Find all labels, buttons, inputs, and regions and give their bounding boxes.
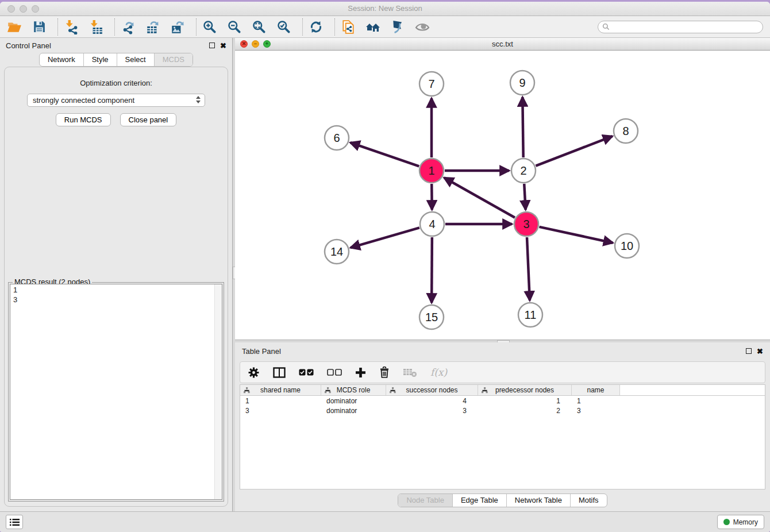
- unselect-all-columns-button[interactable]: [327, 369, 342, 376]
- import-network-button[interactable]: [64, 20, 79, 34]
- column-header-name[interactable]: name: [572, 385, 620, 395]
- mcds-result-textarea[interactable]: 1 3: [10, 284, 222, 500]
- criterion-select[interactable]: strongly connected component: [27, 94, 205, 107]
- column-header-mcds-role[interactable]: MCDS role: [321, 385, 386, 395]
- float-panel-icon[interactable]: [746, 348, 752, 354]
- cell-shared-name[interactable]: 1: [240, 397, 321, 405]
- select-all-columns-button[interactable]: [299, 369, 314, 376]
- main-toolbar: [0, 16, 770, 38]
- bird-eye-view-button[interactable]: [415, 20, 430, 34]
- zoom-fit-icon: [252, 20, 267, 34]
- graph-node-label-7: 7: [428, 78, 434, 90]
- open-folder-icon: [7, 20, 22, 34]
- toolbar-separator: [334, 18, 335, 36]
- export-table-button[interactable]: [145, 20, 160, 34]
- save-floppy-icon: [32, 20, 47, 34]
- mcds-result-fieldset: MCDS result (2 nodes) 1 3: [8, 282, 224, 502]
- table-panel: Table Panel ✖: [235, 342, 770, 511]
- delete-table-button[interactable]: [403, 367, 417, 377]
- column-header-shared-name[interactable]: shared name: [240, 385, 321, 395]
- tab-style[interactable]: Style: [83, 53, 117, 66]
- cell-shared-name[interactable]: 3: [240, 407, 321, 415]
- zoom-selected-button[interactable]: [276, 20, 291, 34]
- cell-successor-nodes[interactable]: 4: [386, 397, 478, 405]
- tab-edge-table[interactable]: Edge Table: [452, 494, 506, 507]
- search-box[interactable]: [598, 21, 763, 33]
- network-graph: 1234678910111415: [235, 51, 770, 340]
- table-row[interactable]: 1 dominator 4 1 1: [240, 396, 765, 406]
- cell-predecessor-nodes[interactable]: 1: [478, 397, 572, 405]
- hide-labels-button[interactable]: [390, 20, 405, 34]
- open-session-button[interactable]: [7, 20, 22, 34]
- hierarchy-icon: [390, 387, 396, 395]
- control-panel-tabs: Network Style Select MCDS: [39, 53, 193, 67]
- tab-network-table[interactable]: Network Table: [506, 494, 570, 507]
- result-scrollbar[interactable]: [214, 284, 222, 499]
- table-row[interactable]: 3 dominator 3 2 3: [240, 406, 765, 415]
- clone-network-icon: [341, 20, 356, 34]
- delete-column-button[interactable]: [379, 367, 390, 378]
- clone-network-button[interactable]: [341, 20, 356, 34]
- tab-node-table[interactable]: Node Table: [398, 494, 452, 507]
- save-session-button[interactable]: [32, 20, 47, 34]
- hierarchy-icon: [325, 387, 331, 395]
- cell-successor-nodes[interactable]: 3: [386, 407, 478, 415]
- graph-edge-4-14[interactable]: [351, 228, 419, 248]
- network-view[interactable]: 1234678910111415: [235, 51, 770, 340]
- tab-motifs[interactable]: Motifs: [570, 494, 607, 507]
- control-panel: Control Panel ✖ Network Style Select MCD…: [0, 38, 232, 511]
- create-column-button[interactable]: [355, 367, 366, 378]
- function-builder-button[interactable]: f(x): [430, 367, 447, 378]
- tab-network[interactable]: Network: [40, 53, 83, 66]
- graph-edge-1-6[interactable]: [351, 142, 419, 166]
- graph-node-label-8: 8: [622, 125, 629, 137]
- tab-select[interactable]: Select: [117, 53, 154, 66]
- export-image-button[interactable]: [170, 20, 185, 34]
- run-mcds-button[interactable]: Run MCDS: [56, 113, 111, 126]
- export-image-icon: [170, 20, 185, 34]
- graph-node-label-1: 1: [428, 164, 434, 177]
- tab-mcds[interactable]: MCDS: [154, 53, 192, 66]
- graph-edge-3-10[interactable]: [539, 227, 613, 243]
- zoom-fit-button[interactable]: [252, 20, 267, 34]
- table-toolbar: f(x): [240, 361, 765, 383]
- graph-edge-2-8[interactable]: [536, 136, 612, 166]
- graph-edge-3-1[interactable]: [444, 178, 515, 217]
- close-panel-icon[interactable]: ✖: [757, 348, 763, 355]
- export-table-icon: [145, 20, 160, 34]
- task-history-button[interactable]: [6, 515, 23, 529]
- cell-mcds-role[interactable]: dominator: [321, 397, 386, 405]
- graph-edge-4-15[interactable]: [432, 237, 432, 303]
- table-settings-button[interactable]: [248, 367, 260, 379]
- zoom-in-button[interactable]: [202, 20, 217, 34]
- split-columns-icon: [273, 367, 286, 378]
- graph-edge-2-3[interactable]: [524, 184, 525, 210]
- network-titlebar[interactable]: ✕ − + scc.txt: [235, 38, 770, 51]
- column-header-successor-nodes[interactable]: successor nodes: [386, 385, 478, 395]
- toolbar-separator: [114, 18, 115, 36]
- column-header-predecessor-nodes[interactable]: predecessor nodes: [478, 385, 572, 395]
- column-layout-button[interactable]: [273, 367, 286, 378]
- memory-button[interactable]: Memory: [717, 515, 764, 529]
- show-all-networks-button[interactable]: [365, 20, 380, 34]
- cell-name[interactable]: 1: [572, 397, 620, 405]
- node-table: shared name MCDS role successor nodes: [240, 384, 765, 489]
- refresh-layout-button[interactable]: [309, 20, 324, 34]
- export-network-button[interactable]: [121, 20, 136, 34]
- graph-node-label-10: 10: [621, 240, 633, 252]
- cell-mcds-role[interactable]: dominator: [321, 407, 386, 415]
- graph-edge-2-9[interactable]: [522, 97, 523, 157]
- trash-icon: [379, 367, 390, 378]
- cell-predecessor-nodes[interactable]: 2: [478, 407, 572, 415]
- close-panel-icon[interactable]: ✖: [220, 42, 226, 49]
- float-panel-icon[interactable]: [209, 43, 215, 48]
- delete-table-icon: [403, 367, 417, 377]
- result-line: 1: [13, 285, 219, 295]
- cell-name[interactable]: 3: [572, 407, 620, 415]
- app-titlebar[interactable]: Session: New Session: [0, 2, 770, 16]
- graph-edge-3-11[interactable]: [527, 237, 530, 300]
- search-input[interactable]: [612, 23, 756, 31]
- import-table-button[interactable]: [88, 20, 103, 34]
- zoom-out-button[interactable]: [227, 20, 242, 34]
- close-panel-button[interactable]: Close panel: [120, 113, 177, 126]
